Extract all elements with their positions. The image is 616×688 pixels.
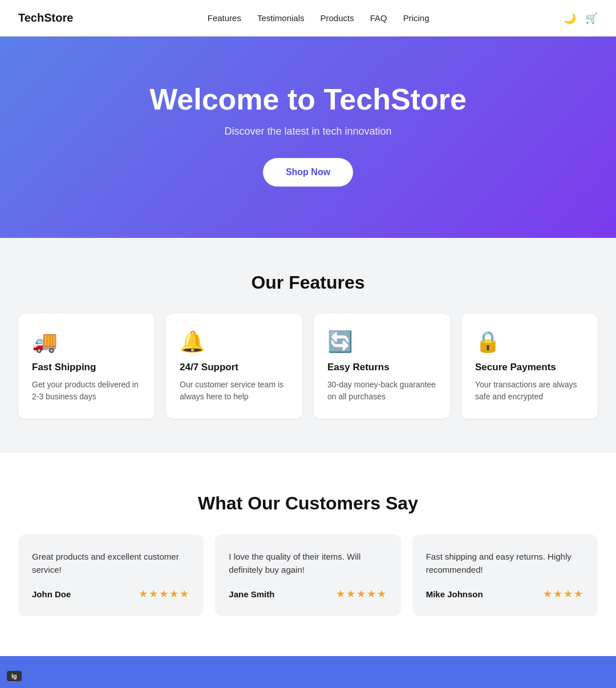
support-icon: 🔔 xyxy=(180,330,289,354)
hero-section: Welcome to TechStore Discover the latest… xyxy=(0,37,616,238)
nav-link-testimonials[interactable]: Testimonials xyxy=(257,13,305,23)
dark-mode-toggle[interactable]: 🌙 xyxy=(564,12,576,25)
testimonial-text-2: Fast shipping and easy returns. Highly r… xyxy=(426,551,584,576)
footer-banner-title: Stay Updated xyxy=(18,685,598,688)
returns-title: Easy Returns xyxy=(327,362,436,373)
navbar: TechStore Features Testimonials Products… xyxy=(0,0,616,37)
nav-links: Features Testimonials Products FAQ Prici… xyxy=(208,13,429,23)
shipping-title: Fast Shipping xyxy=(32,362,141,373)
testimonial-card-0: Great products and excellent customer se… xyxy=(18,535,204,616)
testimonial-stars-1: ★★★★★ xyxy=(336,588,387,600)
feature-card-returns: 🔄 Easy Returns 30-day money-back guarant… xyxy=(314,314,450,419)
testimonials-section: What Our Customers Say Great products an… xyxy=(0,453,616,656)
returns-desc: 30-day money-back guarantee on all purch… xyxy=(327,379,436,403)
nav-link-pricing[interactable]: Pricing xyxy=(403,13,429,23)
hero-subtitle: Discover the latest in tech innovation xyxy=(18,126,598,137)
breakpoint-badge: lg xyxy=(7,671,22,681)
returns-icon: 🔄 xyxy=(327,330,436,354)
nav-link-products[interactable]: Products xyxy=(320,13,354,23)
shipping-desc: Get your products delivered in 2-3 busin… xyxy=(32,379,141,403)
testimonial-author-1: Jane Smith xyxy=(229,589,274,599)
payments-desc: Your transactions are always safe and en… xyxy=(475,379,584,403)
testimonial-card-1: I love the quality of their items. Will … xyxy=(215,535,400,616)
payments-title: Secure Payments xyxy=(475,362,584,373)
testimonial-stars-2: ★★★★ xyxy=(543,588,584,600)
testimonial-text-1: I love the quality of their items. Will … xyxy=(229,551,387,576)
hero-title: Welcome to TechStore xyxy=(18,82,598,116)
payments-icon: 🔒 xyxy=(475,330,584,354)
support-desc: Our customer service team is always here… xyxy=(180,379,289,403)
features-grid: 🚚 Fast Shipping Get your products delive… xyxy=(18,314,598,419)
testimonial-author-0: John Doe xyxy=(32,589,71,599)
nav-link-features[interactable]: Features xyxy=(208,13,241,23)
testimonials-title: What Our Customers Say xyxy=(18,493,598,514)
testimonial-footer-1: Jane Smith ★★★★★ xyxy=(229,588,387,600)
shipping-icon: 🚚 xyxy=(32,330,141,354)
feature-card-payments: 🔒 Secure Payments Your transactions are … xyxy=(461,314,598,419)
testimonial-card-2: Fast shipping and easy returns. Highly r… xyxy=(412,535,598,616)
nav-icon-group: 🌙 🛒 xyxy=(564,12,598,25)
nav-link-faq[interactable]: FAQ xyxy=(370,13,387,23)
feature-card-shipping: 🚚 Fast Shipping Get your products delive… xyxy=(18,314,155,419)
shop-now-button[interactable]: Shop Now xyxy=(263,158,353,187)
testimonial-footer-0: John Doe ★★★★★ xyxy=(32,588,190,600)
feature-card-support: 🔔 24/7 Support Our customer service team… xyxy=(166,314,302,419)
testimonial-footer-2: Mike Johnson ★★★★ xyxy=(426,588,584,600)
site-logo[interactable]: TechStore xyxy=(18,11,73,25)
support-title: 24/7 Support xyxy=(180,362,289,373)
features-title: Our Features xyxy=(18,272,598,293)
cart-button[interactable]: 🛒 xyxy=(585,12,598,25)
testimonial-stars-0: ★★★★★ xyxy=(139,588,190,600)
footer-banner: Stay Updated xyxy=(0,656,616,688)
testimonials-grid: Great products and excellent customer se… xyxy=(18,535,598,616)
testimonial-text-0: Great products and excellent customer se… xyxy=(32,551,190,576)
testimonial-author-2: Mike Johnson xyxy=(426,589,483,599)
features-section: Our Features 🚚 Fast Shipping Get your pr… xyxy=(0,238,616,453)
